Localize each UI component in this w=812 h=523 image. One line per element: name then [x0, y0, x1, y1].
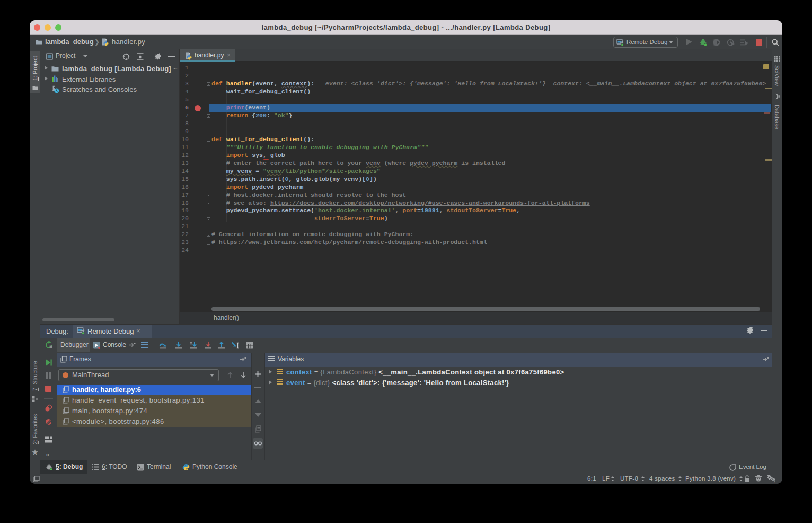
svg-text:?: ?: [773, 479, 776, 483]
